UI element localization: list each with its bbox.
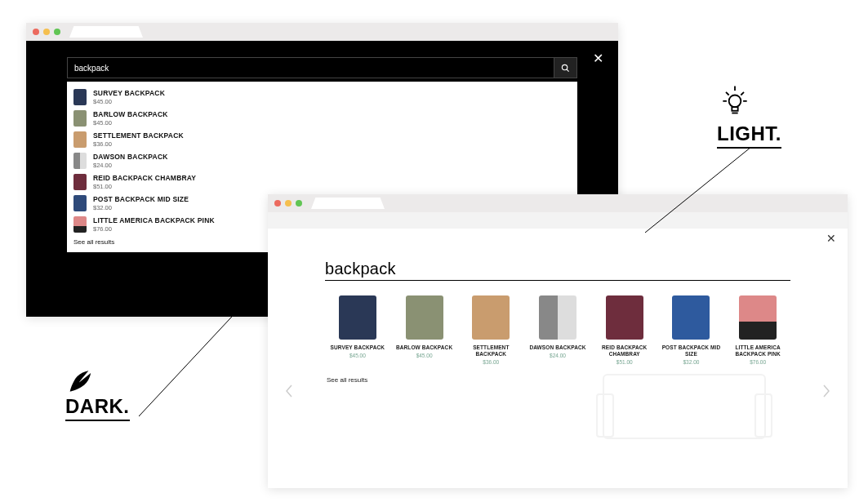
window-minimize-dot[interactable]	[43, 29, 50, 35]
product-text: LITTLE AMERICA BACKPACK PINK$76.00	[93, 216, 215, 233]
product-price: $36.00	[93, 140, 184, 148]
lightbulb-icon	[717, 82, 753, 118]
product-price: $45.00	[93, 119, 168, 127]
product-thumbnail	[73, 89, 87, 105]
window-maximize-dot[interactable]	[296, 200, 302, 207]
light-theme-label: LIGHT.	[717, 82, 781, 149]
svg-line-6	[726, 92, 729, 96]
search-result-card[interactable]: POST BACKPACK MID SIZE$32.00	[661, 295, 723, 365]
product-price: $51.00	[594, 359, 656, 365]
background-furniture-image	[603, 374, 766, 439]
product-price: $36.00	[460, 359, 522, 365]
product-text: REID BACKPACK CHAMBRAY$51.00	[93, 174, 196, 190]
svg-point-2	[729, 96, 741, 108]
light-theme-browser-window: ✕ SURVEY BACKPACK$45.00BARLOW BACKPACK$4…	[268, 194, 848, 488]
dark-theme-label: DARK.	[65, 367, 130, 421]
product-thumbnail	[73, 174, 87, 190]
product-price: $45.00	[93, 98, 165, 105]
search-bar	[67, 57, 577, 78]
search-result-card[interactable]: LITTLE AMERICA BACKPACK PINK$76.00	[727, 295, 789, 365]
product-name: REID BACKPACK CHAMBRAY	[594, 344, 656, 358]
product-price: $51.00	[93, 183, 196, 190]
browser-tab[interactable]	[69, 26, 143, 38]
search-icon	[561, 64, 570, 73]
product-name: BARLOW BACKPACK	[93, 110, 168, 118]
search-result-card[interactable]: DAWSON BACKPACK$24.00	[527, 295, 589, 365]
product-name: REID BACKPACK CHAMBRAY	[93, 174, 196, 182]
product-name: SETTLEMENT BACKPACK	[460, 344, 522, 358]
search-result-item[interactable]: DAWSON BACKPACK$24.00	[73, 150, 571, 171]
product-name: LITTLE AMERICA BACKPACK PINK	[93, 216, 215, 224]
browser-chrome	[268, 194, 848, 212]
product-name: LITTLE AMERICA BACKPACK PINK	[727, 344, 789, 358]
carousel-prev-button[interactable]	[284, 384, 294, 402]
product-thumbnail	[339, 295, 376, 340]
search-input[interactable]	[68, 58, 554, 78]
product-price: $76.00	[727, 359, 789, 365]
product-text: DAWSON BACKPACK$24.00	[93, 153, 168, 169]
close-icon[interactable]: ✕	[826, 232, 836, 245]
svg-point-0	[562, 64, 567, 69]
product-name: BARLOW BACKPACK	[394, 344, 456, 351]
search-button[interactable]	[554, 58, 576, 78]
light-viewport: ✕ SURVEY BACKPACK$45.00BARLOW BACKPACK$4…	[268, 212, 848, 488]
product-name: DAWSON BACKPACK	[527, 344, 589, 351]
product-price: $32.00	[661, 359, 723, 365]
product-name: SETTLEMENT BACKPACK	[93, 131, 184, 140]
search-result-card[interactable]: REID BACKPACK CHAMBRAY$51.00	[594, 295, 656, 365]
window-minimize-dot[interactable]	[285, 200, 292, 207]
product-thumbnail	[73, 153, 87, 169]
product-thumbnail	[73, 216, 87, 233]
browser-tab[interactable]	[311, 198, 385, 209]
product-text: BARLOW BACKPACK$45.00	[93, 110, 168, 127]
product-thumbnail	[406, 295, 443, 340]
product-name: SURVEY BACKPACK	[327, 344, 389, 351]
product-price: $24.00	[93, 162, 168, 169]
search-result-item[interactable]: REID BACKPACK CHAMBRAY$51.00	[73, 171, 571, 193]
product-thumbnail	[739, 295, 777, 340]
light-connector-line	[645, 147, 759, 237]
product-thumbnail	[472, 295, 510, 340]
product-name: SURVEY BACKPACK	[93, 89, 165, 97]
product-price: $45.00	[327, 353, 389, 358]
product-thumbnail	[73, 110, 87, 127]
see-all-results-link[interactable]: See all results	[327, 376, 848, 384]
close-icon[interactable]: ✕	[593, 51, 603, 66]
product-thumbnail	[73, 195, 87, 211]
search-result-card[interactable]: SURVEY BACKPACK$45.00	[327, 295, 389, 365]
chevron-left-icon	[284, 384, 294, 398]
product-price: $45.00	[394, 353, 456, 358]
product-thumbnail	[606, 295, 643, 340]
product-name: POST BACKPACK MID SIZE	[93, 195, 189, 203]
product-text: SETTLEMENT BACKPACK$36.00	[93, 131, 184, 148]
search-bar	[325, 260, 790, 281]
window-close-dot[interactable]	[33, 29, 39, 35]
svg-line-1	[567, 69, 569, 71]
svg-rect-8	[732, 107, 737, 111]
product-price: $32.00	[93, 204, 189, 211]
product-thumbnail	[539, 295, 576, 340]
product-text: POST BACKPACK MID SIZE$32.00	[93, 195, 189, 211]
window-maximize-dot[interactable]	[54, 29, 60, 35]
product-name: POST BACKPACK MID SIZE	[661, 344, 723, 358]
site-nav-bar	[268, 212, 848, 229]
search-result-item[interactable]: SURVEY BACKPACK$45.00	[73, 87, 571, 108]
product-name: DAWSON BACKPACK	[93, 153, 168, 161]
window-close-dot[interactable]	[274, 200, 281, 207]
feather-icon	[65, 367, 93, 395]
product-price: $24.00	[527, 353, 589, 358]
search-result-card[interactable]: BARLOW BACKPACK$45.00	[394, 295, 456, 365]
label-text: LIGHT.	[717, 122, 781, 149]
search-result-item[interactable]: SETTLEMENT BACKPACK$36.00	[73, 129, 571, 150]
dark-connector-line	[139, 286, 269, 424]
browser-chrome	[26, 23, 618, 41]
label-text: DARK.	[65, 395, 130, 421]
search-result-item[interactable]: BARLOW BACKPACK$45.00	[73, 108, 571, 129]
product-thumbnail	[73, 131, 87, 148]
search-result-card[interactable]: SETTLEMENT BACKPACK$36.00	[460, 295, 522, 365]
search-input[interactable]	[325, 260, 790, 278]
product-price: $76.00	[93, 225, 215, 233]
product-text: SURVEY BACKPACK$45.00	[93, 89, 165, 105]
carousel-next-button[interactable]	[821, 384, 831, 402]
search-results-grid: SURVEY BACKPACK$45.00BARLOW BACKPACK$45.…	[268, 284, 848, 365]
